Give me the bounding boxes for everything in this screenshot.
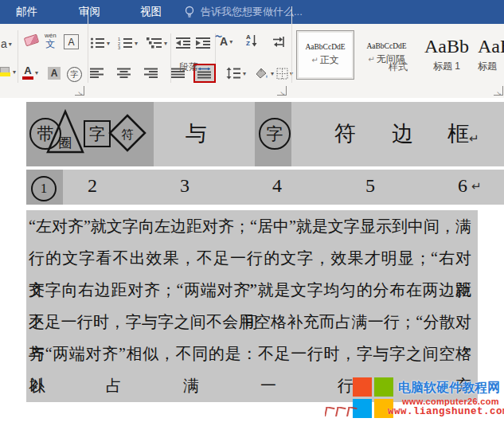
paint-bucket-icon bbox=[253, 67, 269, 80]
heading-char: 符 bbox=[334, 119, 356, 148]
align-right-icon bbox=[144, 68, 158, 79]
svg-text:圈: 圈 bbox=[59, 135, 72, 150]
heading-char: 框 bbox=[447, 119, 469, 148]
logo-square-green bbox=[374, 377, 393, 397]
multilevel-list-icon bbox=[147, 37, 162, 49]
tab-review[interactable]: 审阅 bbox=[68, 0, 111, 24]
paragraph-mark: ↵ bbox=[469, 131, 479, 146]
asian-layout-button[interactable]: 〜 A ▾ bbox=[220, 35, 232, 48]
increase-indent-icon bbox=[196, 37, 211, 49]
decrease-indent-icon bbox=[176, 37, 191, 49]
font-dialog-launcher[interactable] bbox=[75, 86, 84, 96]
text-highlight-color-button[interactable]: ▾ bbox=[0, 67, 16, 76]
distributed-char: 占 bbox=[106, 369, 122, 401]
document-page[interactable]: 带 圈 字 符 与 字 符 边 框 ↵ 1 2 bbox=[0, 98, 504, 426]
body-line: 文字向右边距对齐；“两端对齐”就是文字均匀的分布在两边距之间， bbox=[29, 274, 471, 306]
enclosed-char-circle-selected: 字 bbox=[259, 118, 291, 150]
tab-view[interactable]: 视图 bbox=[129, 0, 173, 24]
align-left-icon bbox=[90, 68, 104, 79]
heading-char: 边 bbox=[392, 119, 413, 148]
asian-layout-icon: 〜 A bbox=[220, 35, 228, 48]
paragraph-group-label: 段落 bbox=[165, 61, 213, 74]
change-case-label: a bbox=[1, 37, 7, 50]
sort-button[interactable]: A Z bbox=[246, 34, 257, 47]
number-char: 4 bbox=[272, 175, 282, 197]
center-button[interactable] bbox=[117, 68, 131, 79]
decrease-indent-button[interactable] bbox=[176, 37, 191, 49]
align-left-button[interactable] bbox=[90, 68, 104, 79]
line-spacing-button[interactable]: ▾ bbox=[226, 67, 246, 80]
style-heading2[interactable]: AaB 标题 bbox=[478, 30, 504, 78]
numbering-button[interactable]: 123 ▾ bbox=[118, 37, 138, 49]
borders-button[interactable]: ▾ bbox=[276, 68, 293, 80]
enclosed-char-triangle: 圈 bbox=[46, 109, 84, 155]
tab-mail[interactable]: 邮件 bbox=[5, 0, 49, 24]
body-line: 行的文字看不出效果，不足一行的文字，效果才明显；“右对齐”就 bbox=[29, 242, 471, 274]
style-normal[interactable]: AaBbCcDdE ↵正文 bbox=[296, 30, 354, 80]
character-border-icon: A bbox=[64, 34, 79, 49]
clipped-red-text-decoration bbox=[325, 407, 358, 416]
pilcrow-icon: ↵ bbox=[311, 56, 318, 64]
ribbon-tab-bar: 邮件 审阅 视图 告诉我您想要做什么... bbox=[0, 0, 504, 24]
chevron-down-icon: ▾ bbox=[9, 41, 12, 48]
group-separator bbox=[291, 6, 292, 83]
borders-icon bbox=[276, 68, 288, 80]
chevron-down-icon: ▾ bbox=[35, 69, 38, 76]
enclose-characters-button[interactable]: 字 bbox=[67, 67, 82, 82]
style-heading1[interactable]: AaBb 标题 1 bbox=[420, 30, 474, 78]
shading-button[interactable]: ▾ bbox=[253, 67, 274, 80]
bullets-button[interactable]: ▾ bbox=[90, 37, 110, 49]
style-sample: AaBb bbox=[424, 36, 469, 57]
enclosed-char-diamond: 符 bbox=[108, 114, 147, 152]
change-case-button[interactable]: a ▾ bbox=[1, 37, 12, 50]
site-watermark: 电脑软硬件教程网 www.computer26.com www.liangshu… bbox=[322, 375, 504, 426]
site-url-secondary: www.liangshunet.com bbox=[388, 406, 504, 417]
phonetic-guide-button[interactable]: wén 文 bbox=[45, 33, 57, 49]
show-hide-marks-button[interactable] bbox=[272, 36, 286, 49]
highlighter-icon bbox=[0, 67, 11, 76]
svg-text:3: 3 bbox=[118, 45, 120, 49]
body-line: 与“两端对齐”相似，不同的是：不足一行时，字与字之间空格补充 bbox=[29, 338, 471, 369]
number-char: 3 bbox=[180, 175, 189, 197]
body-line: 不足一行时，字与字之间不会用空格补充而占满一行；“分散对齐” bbox=[29, 306, 471, 338]
multilevel-list-button[interactable]: ▾ bbox=[147, 37, 167, 49]
distributed-char: 一 bbox=[260, 369, 276, 401]
distributed-char: 满 bbox=[183, 369, 199, 401]
paragraph-mark-icon bbox=[272, 36, 286, 49]
number-char: 5 bbox=[365, 175, 375, 197]
style-name: ↵正文 bbox=[311, 53, 338, 67]
increase-indent-button[interactable] bbox=[196, 37, 211, 49]
character-shading-button[interactable]: A bbox=[48, 67, 61, 80]
phonetic-guide-icon: wén 文 bbox=[45, 33, 57, 49]
align-right-button[interactable] bbox=[144, 68, 158, 79]
word-window: 邮件 审阅 视图 告诉我您想要做什么... a ▾ ▾ w bbox=[0, 0, 504, 426]
bullets-icon bbox=[90, 37, 105, 49]
tell-me-box[interactable]: 告诉我您想要做什么... bbox=[184, 5, 303, 19]
distributed-char: 以 bbox=[29, 369, 45, 401]
styles-dialog-launcher[interactable] bbox=[494, 86, 503, 96]
character-shading-icon: A bbox=[48, 67, 61, 80]
selection-highlight bbox=[26, 170, 504, 205]
style-sample: AaBbCcDdE bbox=[366, 42, 406, 50]
circled-number-1: 1 bbox=[31, 176, 57, 201]
logo-square-orange bbox=[353, 377, 372, 397]
paragraph-mark: ↵ bbox=[471, 179, 482, 193]
group-separator bbox=[18, 30, 18, 83]
clear-formatting-button[interactable] bbox=[25, 36, 38, 45]
tell-me-placeholder: 告诉我您想要做什么... bbox=[201, 5, 303, 19]
svg-text:符: 符 bbox=[122, 128, 134, 141]
paragraph-dialog-launcher[interactable] bbox=[277, 86, 287, 96]
chevron-down-icon: ▾ bbox=[13, 68, 16, 76]
style-name: 标题 1 bbox=[433, 60, 460, 73]
lightbulb-icon bbox=[184, 6, 195, 18]
heading-char: 与 bbox=[186, 119, 207, 148]
character-border-button[interactable]: A bbox=[64, 34, 79, 49]
style-name: 标题 bbox=[478, 60, 497, 73]
line-spacing-icon bbox=[226, 67, 241, 80]
font-color-button[interactable]: A ▾ bbox=[22, 65, 38, 80]
numbering-icon: 123 bbox=[118, 37, 133, 49]
center-icon bbox=[117, 68, 131, 79]
site-name: 电脑软硬件教程网 bbox=[398, 380, 500, 397]
site-url-primary: www.computer26.com bbox=[402, 397, 499, 406]
sort-icon: A Z bbox=[246, 34, 257, 47]
